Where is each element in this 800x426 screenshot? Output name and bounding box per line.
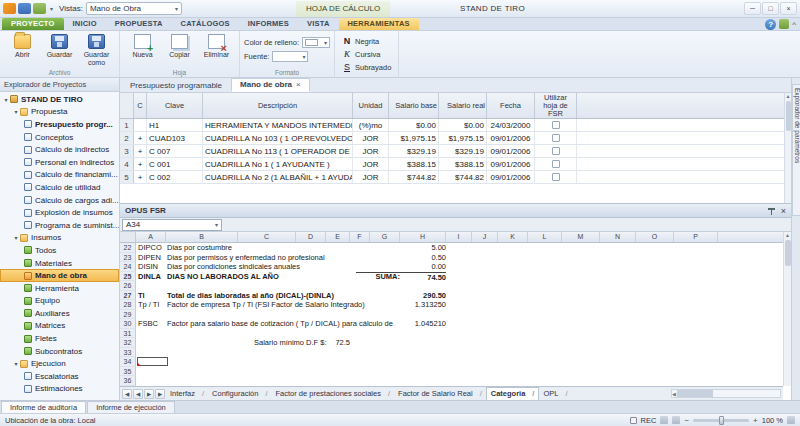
scroll-up-icon[interactable]: ▲ [785,232,790,238]
col-header[interactable]: G [370,232,400,242]
doc-tab-mano-de-obra[interactable]: Mano de obra × [231,78,310,92]
col-header[interactable]: C [238,232,296,242]
tree-item-stand-de-tiro[interactable]: ▾STAND DE TIRO [0,93,119,106]
column-header-fecha[interactable]: Fecha [487,93,535,118]
scrollbar-thumb[interactable] [785,240,791,266]
tree-item-fletes[interactable]: Fletes [0,332,119,345]
col-header[interactable]: B [166,232,238,242]
fsr-checkbox[interactable] [552,134,560,142]
vistas-dropdown[interactable]: Mano de Obra ▾ [86,2,182,15]
options-icon[interactable] [779,19,789,29]
underline-button[interactable]: S Subrayado [339,61,394,73]
collapse-ribbon-icon[interactable]: ^ [792,20,796,29]
tree-item-mano-de-obra[interactable]: Mano de obra [0,269,119,282]
sheet-row[interactable]: 28Tp / TlFactor de empresa Tp / Tl (FSI … [120,300,783,310]
sheet-horizontal-scrollbar[interactable]: ◀ [671,389,781,398]
sheet-row[interactable]: 25DINLADIAS NO LABORADOS AL AÑOSUMA:74.5… [120,272,783,282]
chevron-down-icon[interactable]: ▾ [12,360,20,367]
tab-proyecto[interactable]: PROYECTO [2,18,64,30]
table-row[interactable]: 4 + C 001 CUADRILLA No 1 ( 1 AYUDANTE ) … [120,158,784,171]
maximize-button-icon[interactable]: □ [762,2,779,15]
col-header[interactable]: P [674,232,718,242]
scroll-up-icon[interactable]: ▲ [786,93,791,99]
italic-button[interactable]: K Cursiva [339,48,394,60]
scrollbar-thumb[interactable] [786,101,791,131]
sheet-tab-configuracion[interactable]: Configuración [208,388,271,400]
fsr-checkbox[interactable] [552,147,560,155]
sheet-row[interactable]: 32Salario mínimo D.F $:72.5 [120,338,783,348]
last-sheet-icon[interactable]: ▶ [155,389,165,399]
sheet-tab-categoria[interactable]: Categoria [486,387,540,400]
table-row[interactable]: 3 + C 007 CUADRILLA No 113 ( 1 OPERADOR … [120,145,784,158]
column-header-unidad[interactable]: Unidad [353,93,389,118]
tab-propuesta[interactable]: PROPUESTA [106,18,172,30]
sheet-row[interactable]: 23DIPENDias por permisos y enfermedad no… [120,253,783,263]
tree-item-equipo[interactable]: Equipo [0,295,119,308]
fill-color-picker[interactable]: ▾ [302,37,330,48]
sheet-tab-factor-salario-real[interactable]: Factor de Salario Real [394,388,486,400]
sheet-row[interactable]: 36 [120,376,783,386]
tree-item-escalatorias[interactable]: Escalatorias [0,370,119,383]
bold-button[interactable]: N Negrita [339,35,394,47]
table-vertical-scrollbar[interactable]: ▲ [784,93,791,203]
sheet-row[interactable]: 22DIPCODias por costumbre5.00 [120,243,783,253]
save-as-button[interactable]: Guardar como [78,33,115,66]
tree-item-estimaciones[interactable]: Estimaciones [0,383,119,396]
quick-save-icon[interactable] [18,3,31,14]
column-header-salario-base[interactable]: Salario base [389,93,439,118]
tree-item-calculo-de-cargos-adicionales[interactable]: Cálculo de cargos adi... [0,194,119,207]
zoom-slider[interactable] [693,419,749,422]
sheet-row[interactable]: 31 [120,329,783,339]
tree-item-calculo-de-utilidad[interactable]: Cálculo de utilidad [0,181,119,194]
sheet-tab-interfaz[interactable]: Interfaz [166,388,208,400]
parameters-explorer-tab[interactable]: Explorador de parámetros [792,84,800,216]
tree-item-explosion-de-insumos[interactable]: Explosión de insumos [0,206,119,219]
quick-access-dropdown-icon[interactable]: ▾ [50,5,53,12]
pin-icon[interactable] [768,207,775,215]
new-sheet-button[interactable]: Nueva [124,33,161,59]
column-header-utilizar-fsr[interactable]: Utilizar hoja de FSR [535,93,577,118]
layout-mode-icon[interactable] [672,416,680,424]
sheet-tab-factor-prestaciones[interactable]: Factor de prestaciones sociales [271,388,394,400]
fsr-checkbox[interactable] [552,173,560,181]
fsr-checkbox[interactable] [552,121,560,129]
tree-item-insumos[interactable]: ▾Insumos [0,232,119,245]
doc-tab-presupuesto-programable[interactable]: Presupuesto programable [121,78,231,92]
sheet-row[interactable]: 35 [120,367,783,377]
minimize-button-icon[interactable]: ─ [744,2,761,15]
sheet-row[interactable]: 27TlTotal de dias laboradas al año (DICA… [120,291,783,301]
tab-catalogos[interactable]: CATÁLOGOS [172,18,239,30]
zoom-out-icon[interactable]: − [684,416,689,425]
column-header-descripcion[interactable]: Descripción [203,93,353,118]
app-logo-icon[interactable] [3,3,16,14]
tree-item-subcontratos[interactable]: Subcontratos [0,345,119,358]
prev-sheet-icon[interactable]: ◀ [133,389,143,399]
report-tab-auditoria[interactable]: Informe de auditoría [1,401,86,413]
fsr-spreadsheet[interactable]: A B C D E F G H I J K L M N O P [120,232,783,386]
tree-item-presupuesto-programable[interactable]: Presupuesto progr... [0,118,119,131]
tree-item-calculo-de-financiamiento[interactable]: Cálculo de financiami... [0,169,119,182]
open-button[interactable]: Abrir [4,33,41,59]
tab-herramientas[interactable]: HERRAMIENTAS [339,18,419,30]
col-header[interactable]: A [136,232,166,242]
font-picker[interactable]: ▾ [272,51,308,62]
tree-item-auxiliares[interactable]: Auxiliares [0,307,119,320]
col-header[interactable]: O [636,232,674,242]
col-header[interactable]: I [446,232,472,242]
col-header[interactable]: L [528,232,562,242]
sheet-row[interactable]: 30FSBCFactor para salario base de cotiza… [120,319,783,329]
column-header-c[interactable]: C [134,93,147,118]
tree-item-conceptos[interactable]: Conceptos [0,131,119,144]
tab-informes[interactable]: INFORMES [239,18,298,30]
sheet-vertical-scrollbar[interactable]: ▲ [783,232,791,386]
sheet-row[interactable]: 29 [120,310,783,320]
spreadsheet-corner[interactable] [120,232,136,242]
sheet-row[interactable]: 33 [120,348,783,358]
col-header[interactable]: D [296,232,326,242]
tree-item-calculo-de-indirectos[interactable]: Cálculo de indirectos [0,143,119,156]
quick-undo-icon[interactable] [33,3,46,14]
sheet-row[interactable]: 24DISINDias por condiciones sindicales a… [120,262,783,272]
tree-item-propuesta[interactable]: ▾Propuesta [0,106,119,119]
col-header[interactable]: N [600,232,636,242]
table-row[interactable]: 2 + CUAD103 CUADRILLA No 103 ( 1 OP.REVO… [120,132,784,145]
